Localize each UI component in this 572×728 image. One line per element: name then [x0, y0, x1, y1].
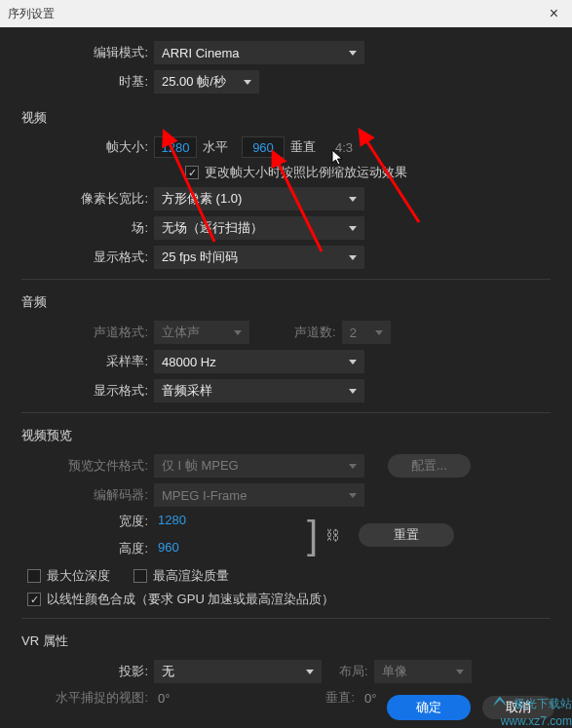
divider — [21, 618, 551, 619]
horiz-label: 水平 — [197, 138, 234, 156]
channel-count-label: 声道数: — [288, 324, 342, 341]
preview-file-format-select: 仅 I 帧 MPEG — [154, 454, 364, 478]
horiz-capture-value: 0° — [154, 691, 173, 706]
horiz-capture-label: 水平捕捉的视图: — [0, 689, 154, 707]
dialog-content: 编辑模式: ARRI Cinema 时基: 25.00 帧/秒 视频 帧大小: … — [0, 27, 572, 707]
linear-color-checkbox[interactable] — [27, 593, 41, 606]
vert-label: 垂直 — [285, 138, 322, 156]
chevron-down-icon — [244, 80, 251, 85]
max-bit-depth-label: 最大位深度 — [47, 567, 110, 585]
pixel-aspect-label: 像素长宽比: — [0, 190, 154, 208]
chevron-down-icon — [349, 51, 357, 56]
chevron-down-icon — [349, 197, 357, 202]
sample-rate-select[interactable]: 48000 Hz — [154, 350, 364, 373]
frame-size-label: 帧大小: — [0, 138, 154, 156]
chevron-down-icon — [349, 464, 357, 469]
audio-section-title: 音频 — [0, 284, 572, 315]
reset-button[interactable]: 重置 — [359, 523, 454, 547]
video-display-format-label: 显示格式: — [0, 249, 154, 266]
config-button: 配置... — [388, 454, 471, 478]
channel-format-label: 声道格式: — [0, 324, 154, 341]
chevron-down-icon — [234, 330, 242, 335]
preview-section-title: 视频预览 — [0, 417, 572, 448]
scale-motion-checkbox[interactable] — [185, 166, 199, 179]
preview-height-label: 高度: — [0, 540, 154, 557]
audio-display-format-select[interactable]: 音频采样 — [154, 379, 364, 402]
vr-vert-value: 0° — [361, 691, 380, 706]
timebase-value: 25.00 帧/秒 — [162, 73, 226, 91]
scale-motion-label: 更改帧大小时按照比例缩放运动效果 — [205, 164, 407, 181]
field-select[interactable]: 无场（逐行扫描） — [154, 216, 364, 240]
chevron-down-icon — [349, 255, 357, 260]
chevron-down-icon — [349, 389, 357, 394]
chevron-down-icon — [456, 670, 464, 674]
edit-mode-select[interactable]: ARRI Cinema — [154, 41, 364, 64]
cancel-button[interactable]: 取消 — [482, 696, 554, 719]
video-section-title: 视频 — [0, 99, 572, 131]
max-render-quality-label: 最高渲染质量 — [153, 567, 229, 585]
close-button[interactable]: × — [544, 5, 564, 22]
titlebar: 序列设置 × — [0, 0, 572, 27]
chevron-down-icon — [306, 670, 314, 674]
video-display-format-select[interactable]: 25 fps 时间码 — [154, 246, 364, 269]
layout-select: 单像 — [374, 660, 472, 683]
edit-mode-label: 编辑模式: — [0, 44, 154, 61]
channel-count-select: 2 — [342, 321, 391, 344]
codec-label: 编解码器: — [0, 486, 154, 504]
audio-display-format-label: 显示格式: — [0, 382, 154, 400]
linear-color-label: 以线性颜色合成（要求 GPU 加速或最高渲染品质） — [47, 591, 334, 608]
vr-vert-label: 垂直: — [320, 689, 361, 707]
timebase-label: 时基: — [0, 73, 154, 91]
preview-width-value[interactable]: 1280 — [154, 513, 190, 530]
preview-height-value[interactable]: 960 — [154, 540, 183, 557]
projection-label: 投影: — [0, 663, 154, 680]
frame-height-input[interactable]: 960 — [242, 136, 285, 158]
sample-rate-label: 采样率: — [0, 353, 154, 370]
aspect-ratio: 4:3 — [331, 140, 357, 155]
vr-section-title: VR 属性 — [0, 623, 572, 654]
dialog-footer: 确定 取消 — [387, 695, 554, 720]
divider — [21, 279, 551, 280]
chevron-down-icon — [375, 330, 383, 335]
link-icon[interactable]: ⛓ — [325, 527, 339, 543]
pixel-aspect-select[interactable]: 方形像素 (1.0) — [154, 187, 364, 211]
max-render-quality-checkbox[interactable] — [133, 569, 147, 583]
codec-select: MPEG I-Frame — [154, 483, 364, 507]
timebase-select[interactable]: 25.00 帧/秒 — [154, 70, 259, 94]
bracket-icon: ] — [307, 516, 318, 555]
channel-format-select: 立体声 — [154, 321, 249, 344]
ok-button[interactable]: 确定 — [387, 695, 471, 720]
frame-width-input[interactable]: 1280 — [154, 136, 197, 158]
max-bit-depth-checkbox[interactable] — [27, 569, 41, 583]
chevron-down-icon — [349, 226, 357, 231]
chevron-down-icon — [349, 493, 357, 498]
edit-mode-value: ARRI Cinema — [162, 46, 239, 60]
field-label: 场: — [0, 219, 154, 237]
layout-label: 布局: — [333, 663, 374, 680]
projection-select[interactable]: 无 — [154, 660, 322, 683]
preview-file-format-label: 预览文件格式: — [0, 457, 154, 475]
preview-width-label: 宽度: — [0, 513, 154, 530]
chevron-down-icon — [349, 360, 357, 364]
divider — [21, 412, 551, 413]
window-title: 序列设置 — [8, 6, 55, 22]
